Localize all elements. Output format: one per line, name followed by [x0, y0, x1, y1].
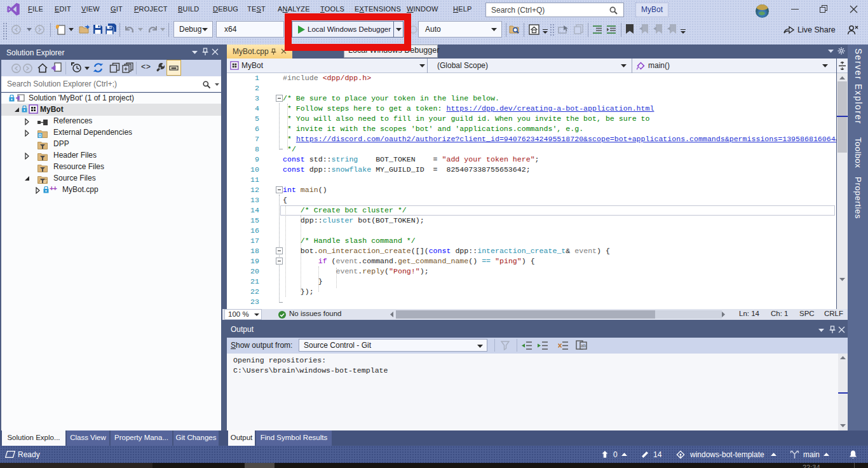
svg-text:ab: ab: [581, 343, 586, 348]
